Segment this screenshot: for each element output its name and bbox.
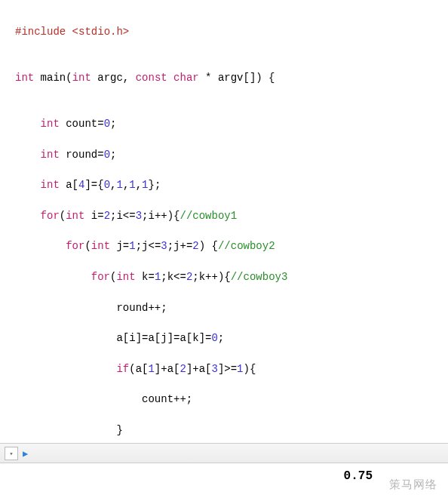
code-line: for(int j=1;j<=3;j+=2) {//cowboy2 <box>15 238 445 254</box>
code-line: int main(int argc, const char * argv[]) … <box>15 70 445 85</box>
include-header: <stdio.h> <box>66 26 129 38</box>
chevron-down-icon: ▾ <box>9 450 13 458</box>
code-line: for(int i=2;i<=3;i++){//cowboy1 <box>15 208 445 223</box>
code-line: } <box>15 423 445 438</box>
code-line: round++; <box>15 300 445 315</box>
code-line: a[i]=a[j]=a[k]=0; <box>15 330 445 346</box>
code-line: if(a[1]+a[2]+a[3]>=1){ <box>15 361 445 377</box>
code-line: #include <stdio.h> <box>15 24 445 39</box>
toggle-output-button[interactable]: ▾ <box>5 447 18 460</box>
code-line: int count=0; <box>15 116 445 131</box>
console-toolbar: ▾ ▶ <box>0 443 448 463</box>
code-line: count++; <box>15 392 445 407</box>
preprocessor: #include <box>15 26 66 38</box>
watermark: 策马网络 <box>389 478 437 492</box>
program-output: 0.75 <box>344 469 373 483</box>
code-editor: #include <stdio.h> int main(int argc, co… <box>0 0 448 498</box>
run-icon[interactable]: ▶ <box>23 448 28 460</box>
code-line: int a[4]={0,1,1,1}; <box>15 177 445 192</box>
code-line: int round=0; <box>15 147 445 162</box>
console-output: 0.75 策马网络 <box>0 463 448 498</box>
code-line: for(int k=1;k<=2;k++){//cowboy3 <box>15 269 445 284</box>
